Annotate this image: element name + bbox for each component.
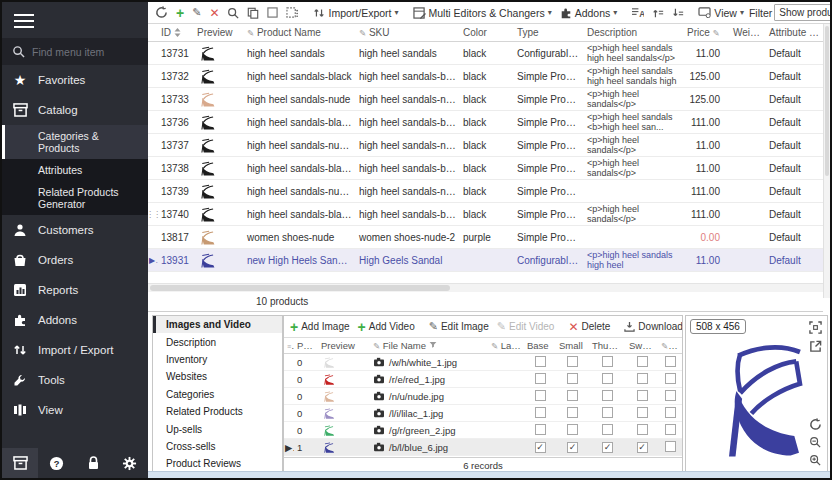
product-row[interactable]: ▶ 13931 new High Heels Sandals High Geel… xyxy=(148,249,823,272)
media-row[interactable]: 0 /g/r/green_2.jpg xyxy=(284,422,682,439)
media-checkbox[interactable]: ✓ xyxy=(626,441,658,453)
media-column-swatch[interactable]: Swatch xyxy=(626,340,658,351)
sidebar-item-favorites[interactable]: ★ Favorites xyxy=(2,65,148,95)
media-checkbox[interactable] xyxy=(626,407,658,420)
add-video-button[interactable]: +Add Video xyxy=(355,319,418,335)
sidebar-item-related-products-generator[interactable]: Related Products Generator xyxy=(2,181,148,215)
tab-product-reviews[interactable]: Product Reviews xyxy=(153,455,282,472)
font-settings-button[interactable]: A xyxy=(628,6,647,19)
media-checkbox[interactable]: ✓ xyxy=(589,441,626,453)
media-checkbox[interactable] xyxy=(524,390,556,403)
zoom-out-icon[interactable] xyxy=(807,434,823,450)
media-checkbox[interactable] xyxy=(589,356,626,369)
select-checkbox-button[interactable] xyxy=(264,6,281,19)
media-column-label[interactable]: ✎ Label xyxy=(488,340,524,351)
help-icon[interactable]: ? xyxy=(38,456,75,471)
edit-product-button[interactable]: ✎ xyxy=(189,6,204,19)
product-row[interactable]: 13736 high heel sandals-black-36 high he… xyxy=(148,111,823,134)
edit-video-button[interactable]: ✎Edit Video xyxy=(494,320,558,333)
column-header-preview[interactable]: Preview xyxy=(194,27,244,38)
tab-description[interactable]: Description xyxy=(153,333,282,350)
media-checkbox[interactable] xyxy=(524,373,556,386)
addons-menu[interactable]: Addons▾ xyxy=(557,6,621,20)
sidebar-item-customers[interactable]: Customers xyxy=(2,215,148,245)
refresh-button[interactable] xyxy=(152,5,171,20)
column-header-type[interactable]: Type xyxy=(514,27,584,38)
move-down-button[interactable] xyxy=(669,6,687,20)
delete-image-button[interactable]: ✕Delete xyxy=(565,320,613,334)
add-product-button[interactable]: + xyxy=(173,5,187,21)
sidebar-item-addons[interactable]: Addons xyxy=(2,305,148,335)
edit-image-button[interactable]: ✎Edit Image xyxy=(426,320,492,333)
hamburger-menu-icon[interactable] xyxy=(2,2,148,36)
media-row[interactable]: 0 /n/u/nude.jpg xyxy=(284,388,682,405)
view-menu[interactable]: View▾ xyxy=(695,6,747,20)
column-header-sku[interactable]: ✎ SKU xyxy=(356,27,460,38)
media-checkbox[interactable] xyxy=(524,407,556,420)
tab-related-products[interactable]: Related Products xyxy=(153,403,282,420)
media-column-exclude[interactable]: ✎ Exclude xyxy=(658,340,682,351)
media-checkbox[interactable] xyxy=(658,373,682,386)
media-checkbox[interactable] xyxy=(658,407,682,420)
media-checkbox[interactable]: ✓ xyxy=(524,441,556,453)
tab-websites[interactable]: Websites xyxy=(153,368,282,385)
catalog-footer-icon[interactable] xyxy=(2,448,38,478)
image-preview[interactable] xyxy=(686,316,827,472)
lock-icon[interactable] xyxy=(75,456,112,470)
paste-special-button[interactable] xyxy=(283,6,302,20)
media-column-file-name[interactable]: ✎ File Name xyxy=(370,340,488,351)
vertical-scrollbar[interactable] xyxy=(823,24,830,298)
fit-to-screen-icon[interactable] xyxy=(807,319,823,335)
sidebar-item-tools[interactable]: Tools xyxy=(2,365,148,395)
media-checkbox[interactable] xyxy=(556,390,589,403)
media-checkbox[interactable] xyxy=(556,356,589,369)
media-checkbox[interactable] xyxy=(658,390,682,403)
media-checkbox[interactable] xyxy=(658,356,682,369)
column-header-weight[interactable]: Weight xyxy=(730,27,766,38)
product-row[interactable]: 13733 high heel sandals-nude high heel s… xyxy=(148,88,823,111)
column-header-id[interactable]: ID xyxy=(158,27,194,38)
media-checkbox[interactable] xyxy=(589,390,626,403)
media-checkbox[interactable] xyxy=(626,356,658,369)
media-column-small[interactable]: Small xyxy=(556,340,589,351)
media-checkbox[interactable] xyxy=(658,441,682,454)
import-export-menu[interactable]: Import/Export▾ xyxy=(310,6,401,20)
media-checkbox[interactable] xyxy=(556,407,589,420)
media-checkbox[interactable] xyxy=(658,424,682,437)
tab-up-sells[interactable]: Up-sells xyxy=(153,420,282,437)
media-row[interactable]: 0 /w/h/white_1.jpg xyxy=(284,354,682,371)
media-column-thumbna[interactable]: Thumbna xyxy=(589,340,626,351)
multi-editors-menu[interactable]: Multi Editors & Changers▾ xyxy=(410,6,555,20)
filter-dropdown[interactable]: Show products from selected categories▾ xyxy=(774,4,832,21)
tab-inventory[interactable]: Inventory xyxy=(153,351,282,368)
media-checkbox[interactable] xyxy=(589,373,626,386)
product-row[interactable]: 13738 high heel sandals-black-37 high he… xyxy=(148,157,823,180)
download-image-button[interactable]: Download Image xyxy=(621,320,682,333)
media-checkbox[interactable] xyxy=(524,356,556,369)
search-products-button[interactable] xyxy=(224,6,242,20)
product-row[interactable]: 13740 high heel sandals-black-38 high he… xyxy=(148,203,823,226)
settings-gear-icon[interactable] xyxy=(111,456,148,471)
product-row[interactable]: 13739 high heel sandals-nude-37 high hee… xyxy=(148,180,823,203)
sidebar-item-import-export[interactable]: Import / Export xyxy=(2,335,148,365)
product-row[interactable]: 13817 women shoes-nude women shoes-nude-… xyxy=(148,226,823,249)
zoom-in-icon[interactable] xyxy=(807,452,823,468)
move-up-button[interactable] xyxy=(649,6,667,20)
media-checkbox[interactable]: ✓ xyxy=(556,441,589,453)
column-header-color[interactable]: Color xyxy=(460,27,514,38)
product-row[interactable]: 13732 high heel sandals-black high heel … xyxy=(148,65,823,88)
media-row[interactable]: 0 /l/i/lilac_1.jpg xyxy=(284,405,682,422)
rotate-image-icon[interactable] xyxy=(807,416,823,432)
media-checkbox[interactable] xyxy=(589,424,626,437)
column-header-product-name[interactable]: ✎ Product Name xyxy=(244,27,356,38)
media-column-base[interactable]: Base xyxy=(524,340,556,351)
column-header-price[interactable]: Price ✎ xyxy=(684,27,730,38)
tab-images-and-video[interactable]: Images and Video xyxy=(153,316,282,333)
copy-button[interactable] xyxy=(244,6,262,20)
tab-cross-sells[interactable]: Cross-sells xyxy=(153,438,282,455)
panel-splitter-handle[interactable]: ⋮⋮ xyxy=(146,212,151,234)
media-checkbox[interactable] xyxy=(626,424,658,437)
media-column-expander[interactable]: ≡ xyxy=(284,340,294,351)
sidebar-item-categories-products[interactable]: Categories & Products xyxy=(2,125,148,159)
product-row[interactable]: 13731 high heel sandals high heel sandal… xyxy=(148,42,823,65)
